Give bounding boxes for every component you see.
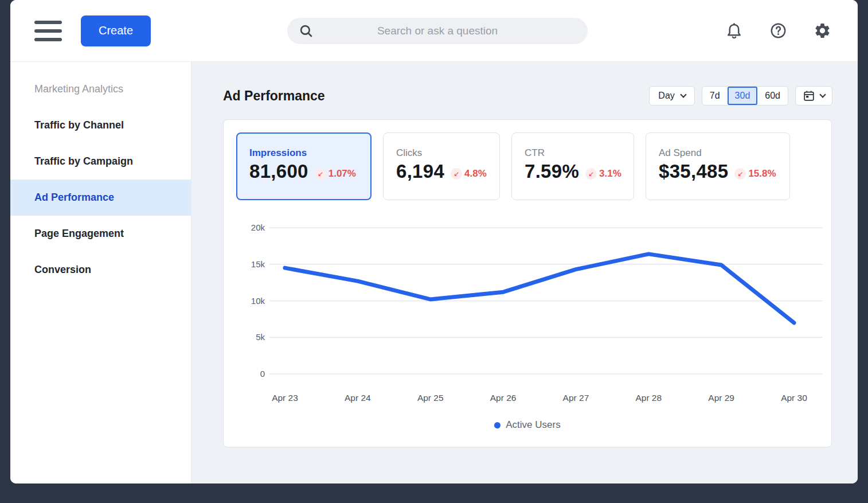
- sidebar-item-conversion[interactable]: Conversion: [10, 252, 191, 288]
- page-title: Ad Performance: [223, 88, 325, 104]
- hamburger-menu-icon[interactable]: [34, 21, 62, 41]
- sidebar-item-ad-performance[interactable]: Ad Performance: [10, 180, 191, 216]
- metric-value: 6,194: [396, 161, 444, 182]
- range-60d-button[interactable]: 60d: [757, 87, 788, 105]
- metric-value: $35,485: [659, 161, 728, 182]
- svg-text:20k: 20k: [251, 223, 265, 232]
- svg-text:10k: 10k: [251, 296, 265, 306]
- svg-text:Apr 30: Apr 30: [781, 393, 807, 403]
- svg-text:Apr 27: Apr 27: [563, 393, 589, 403]
- trend-down-icon: ↙: [585, 168, 597, 180]
- metric-value: 81,600: [249, 161, 308, 182]
- metric-value: 7.59%: [525, 161, 579, 182]
- svg-text:Apr 24: Apr 24: [345, 393, 371, 403]
- svg-text:Apr 26: Apr 26: [490, 393, 517, 403]
- metric-label: Impressions: [249, 147, 358, 159]
- sidebar: Marketing Analytics Traffic by Channel T…: [10, 62, 191, 483]
- chevron-down-icon: [680, 91, 686, 98]
- search-icon: [299, 24, 314, 38]
- metric-card-impressions[interactable]: Impressions 81,600 ↙ 1.07%: [236, 132, 372, 200]
- svg-text:Apr 23: Apr 23: [272, 393, 298, 403]
- topbar-actions: [725, 0, 831, 61]
- metric-delta: 15.8%: [748, 168, 776, 180]
- create-button[interactable]: Create: [81, 15, 151, 46]
- metric-label: CTR: [525, 147, 621, 159]
- svg-text:Apr 25: Apr 25: [417, 393, 444, 403]
- trend-down-icon: ↙: [451, 168, 462, 180]
- search-input[interactable]: [287, 18, 588, 44]
- chart-area: 05k10k15k20kApr 23Apr 24Apr 25Apr 26Apr …: [224, 217, 831, 431]
- range-segmented-control: 7d 30d 60d: [702, 86, 788, 106]
- metric-label: Ad Spend: [659, 147, 777, 159]
- svg-text:Apr 28: Apr 28: [635, 393, 662, 403]
- granularity-dropdown[interactable]: Day: [649, 86, 694, 106]
- sidebar-item-traffic-by-campaign[interactable]: Traffic by Campaign: [10, 143, 191, 180]
- svg-text:0: 0: [260, 369, 265, 379]
- sidebar-section-title: Marketing Analytics: [10, 71, 191, 107]
- metrics-row: Impressions 81,600 ↙ 1.07% Clicks 6,: [224, 120, 831, 200]
- metric-delta: 1.07%: [329, 168, 356, 180]
- legend-dot-icon: [494, 422, 501, 428]
- calendar-icon: [803, 89, 815, 102]
- trend-down-icon: ↙: [734, 168, 746, 180]
- app-window: Create: [10, 0, 858, 483]
- metric-delta: 4.8%: [464, 168, 487, 180]
- svg-text:5k: 5k: [256, 332, 265, 342]
- notifications-button[interactable]: [725, 22, 743, 40]
- bell-icon: [725, 22, 743, 40]
- legend-label: Active Users: [506, 419, 560, 431]
- chevron-down-icon: [819, 91, 826, 98]
- range-7d-button[interactable]: 7d: [702, 87, 728, 105]
- date-picker-button[interactable]: [795, 86, 832, 106]
- time-controls: Day 7d 30d 60d: [649, 86, 832, 106]
- granularity-label: Day: [658, 91, 674, 101]
- help-button[interactable]: [769, 22, 787, 40]
- ad-performance-panel: Impressions 81,600 ↙ 1.07% Clicks 6,: [223, 119, 832, 447]
- metric-card-clicks[interactable]: Clicks 6,194 ↙ 4.8%: [383, 132, 500, 200]
- gear-icon: [814, 22, 831, 40]
- svg-text:15k: 15k: [251, 259, 265, 269]
- help-icon: [769, 22, 787, 40]
- content-header: Ad Performance Day 7d 30d 60d: [223, 86, 832, 106]
- trend-down-icon: ↙: [315, 168, 326, 180]
- sidebar-item-page-engagement[interactable]: Page Engagement: [10, 216, 191, 252]
- sidebar-item-traffic-by-channel[interactable]: Traffic by Channel: [10, 107, 191, 143]
- settings-button[interactable]: [813, 22, 831, 40]
- svg-text:Apr 29: Apr 29: [708, 393, 734, 403]
- chart-legend: Active Users: [224, 419, 831, 431]
- metric-delta: 3.1%: [599, 168, 621, 180]
- range-30d-button[interactable]: 30d: [728, 87, 758, 105]
- line-chart: 05k10k15k20kApr 23Apr 24Apr 25Apr 26Apr …: [224, 217, 832, 412]
- search-bar[interactable]: [287, 18, 588, 44]
- main-content: Ad Performance Day 7d 30d 60d: [191, 62, 858, 483]
- metric-card-ad-spend[interactable]: Ad Spend $35,485 ↙ 15.8%: [646, 132, 790, 200]
- metric-card-ctr[interactable]: CTR 7.59% ↙ 3.1%: [511, 132, 634, 200]
- metric-label: Clicks: [396, 147, 487, 159]
- topbar: Create: [10, 0, 858, 62]
